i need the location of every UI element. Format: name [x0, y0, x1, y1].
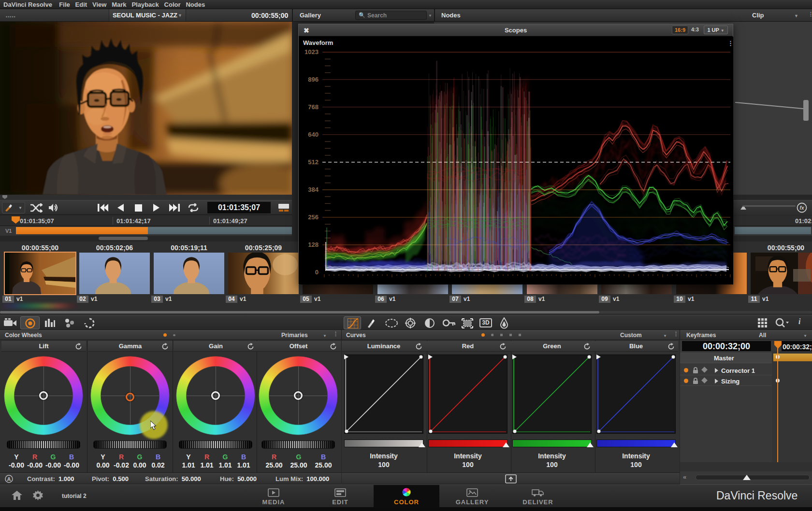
svg-text:768: 768: [308, 103, 319, 111]
svg-text:0: 0: [315, 269, 319, 276]
svg-text:384: 384: [308, 186, 319, 193]
svg-text:Waveform: Waveform: [303, 39, 333, 46]
svg-text:256: 256: [308, 213, 319, 221]
svg-text:A: A: [7, 476, 11, 482]
svg-text:1023: 1023: [304, 48, 319, 56]
svg-text:128: 128: [308, 241, 319, 248]
svg-text:512: 512: [308, 158, 319, 166]
svg-text:fx: fx: [800, 205, 804, 211]
svg-text:⋮: ⋮: [727, 40, 733, 47]
svg-text:896: 896: [308, 76, 319, 83]
svg-text:640: 640: [308, 131, 319, 138]
